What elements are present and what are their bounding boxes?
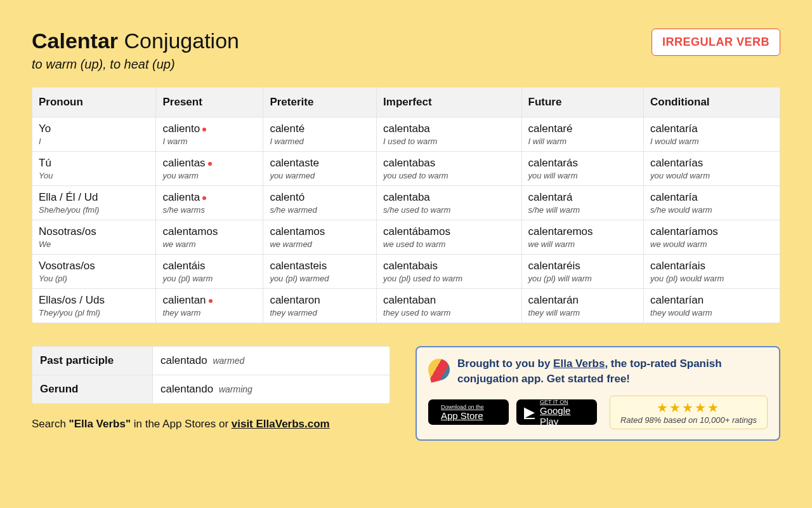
conjugation-cell: Ella / Él / UdShe/he/you (fml)	[32, 186, 156, 220]
conjugation-cell: calentaríamoswe would warm	[644, 220, 780, 255]
past-participle-value: calentado warmed	[153, 347, 390, 375]
title-suffix: Conjugation	[124, 29, 239, 53]
visit-link[interactable]: visit EllaVerbs.com	[232, 418, 330, 430]
conjugation-cell: calentaránthey will warm	[521, 289, 644, 323]
conjugation-cell: calentaríaI would warm	[644, 117, 780, 152]
rating-text: Rated 98% based on 10,000+ ratings	[620, 415, 757, 425]
table-row: Vosotras/osYou (pl)calentáisyou (pl) war…	[32, 255, 780, 289]
conjugation-cell: calientasyou warm	[156, 152, 263, 186]
irregular-badge: IRREGULAR VERB	[652, 29, 780, 56]
conjugation-cell: calentós/he warmed	[263, 186, 377, 220]
conjugation-cell: Nosotras/osWe	[32, 220, 156, 255]
conjugation-cell: calentaríasyou would warm	[644, 152, 780, 186]
conjugation-cell: TúYou	[32, 152, 156, 186]
conjugation-cell: calentáisyou (pl) warm	[156, 255, 263, 289]
conjugation-cell: calentarías/he would warm	[644, 186, 780, 220]
rating-box: ★★★★★ Rated 98% based on 10,000+ ratings	[610, 396, 768, 429]
google-play-button[interactable]: ▶ GET IT ON Google Play	[516, 399, 597, 425]
conjugation-cell: calentabaI used to warm	[377, 117, 521, 152]
gerund-value: calentando warming	[153, 375, 390, 404]
conjugation-cell: calientanthey warm	[156, 289, 263, 323]
conjugation-cell: calentéI warmed	[263, 117, 377, 152]
conjugation-cell: calientas/he warms	[156, 186, 263, 220]
app-icon	[426, 356, 452, 383]
conjugation-cell: calentarás/he will warm	[521, 186, 644, 220]
promo-text: Brought to you by Ella Verbs, the top-ra…	[457, 356, 768, 387]
conjugation-cell: calentasteisyou (pl) warmed	[263, 255, 377, 289]
conjugation-cell: calentarásyou will warm	[521, 152, 644, 186]
column-header: Conditional	[644, 88, 780, 117]
conjugation-cell: Ellas/os / UdsThey/you (pl fml)	[32, 289, 156, 323]
conjugation-cell: calentabasyou used to warm	[377, 152, 521, 186]
participle-table: Past participle calentado warmed Gerund …	[32, 346, 390, 404]
table-row: Nosotras/osWecalentamoswe warmcalentamos…	[32, 220, 780, 255]
promo-box: Brought to you by Ella Verbs, the top-ra…	[416, 346, 780, 441]
verb-name: Calentar	[32, 29, 118, 53]
past-participle-label: Past participle	[32, 347, 153, 375]
gerund-label: Gerund	[32, 375, 153, 404]
page-title: Calentar Conjugation	[32, 29, 239, 53]
irregular-dot-icon	[208, 162, 212, 166]
title-block: Calentar Conjugation to warm (up), to he…	[32, 29, 239, 72]
conjugation-cell: calentabanthey used to warm	[377, 289, 521, 323]
irregular-dot-icon	[202, 128, 206, 131]
conjugation-cell: Vosotras/osYou (pl)	[32, 255, 156, 289]
irregular-dot-icon	[202, 196, 206, 200]
conjugation-cell: calentasteyou warmed	[263, 152, 377, 186]
conjugation-cell: calentabaisyou (pl) used to warm	[377, 255, 521, 289]
conjugation-cell: calientoI warm	[156, 117, 263, 152]
conjugation-cell: calentaremoswe will warm	[521, 220, 644, 255]
table-row: TúYoucalientasyou warmcalentasteyou warm…	[32, 152, 780, 186]
column-header: Present	[156, 88, 263, 117]
table-row: Ellas/os / UdsThey/you (pl fml)calientan…	[32, 289, 780, 323]
conjugation-cell: calentamoswe warmed	[263, 220, 377, 255]
conjugation-cell: calentaríanthey would warm	[644, 289, 780, 323]
ella-verbs-link[interactable]: Ella Verbs	[553, 358, 605, 370]
play-icon: ▶	[524, 404, 535, 420]
column-header: Preterite	[263, 88, 377, 117]
app-store-button[interactable]: Download on the App Store	[428, 399, 509, 425]
verb-translation: to warm (up), to heat (up)	[32, 57, 239, 72]
table-row: YoIcalientoI warmcalentéI warmedcalentab…	[32, 117, 780, 152]
column-header: Future	[521, 88, 644, 117]
column-header: Imperfect	[377, 88, 521, 117]
irregular-dot-icon	[209, 299, 213, 303]
conjugation-cell: calentamoswe warm	[156, 220, 263, 255]
conjugation-cell: calentaréI will warm	[521, 117, 644, 152]
conjugation-cell: calentaréisyou (pl) will warm	[521, 255, 644, 289]
column-header: Pronoun	[32, 88, 156, 117]
star-icons: ★★★★★	[620, 400, 757, 415]
search-hint: Search "Ella Verbs" in the App Stores or…	[32, 418, 390, 431]
conjugation-cell: calentaronthey warmed	[263, 289, 377, 323]
conjugation-cell: calentabas/he used to warm	[377, 186, 521, 220]
table-row: Ella / Él / UdShe/he/you (fml)calientas/…	[32, 186, 780, 220]
conjugation-cell: calentábamoswe used to warm	[377, 220, 521, 255]
conjugation-cell: YoI	[32, 117, 156, 152]
conjugation-cell: calentaríaisyou (pl) would warm	[644, 255, 780, 289]
conjugation-table: PronounPresentPreteriteImperfectFutureCo…	[32, 87, 780, 323]
